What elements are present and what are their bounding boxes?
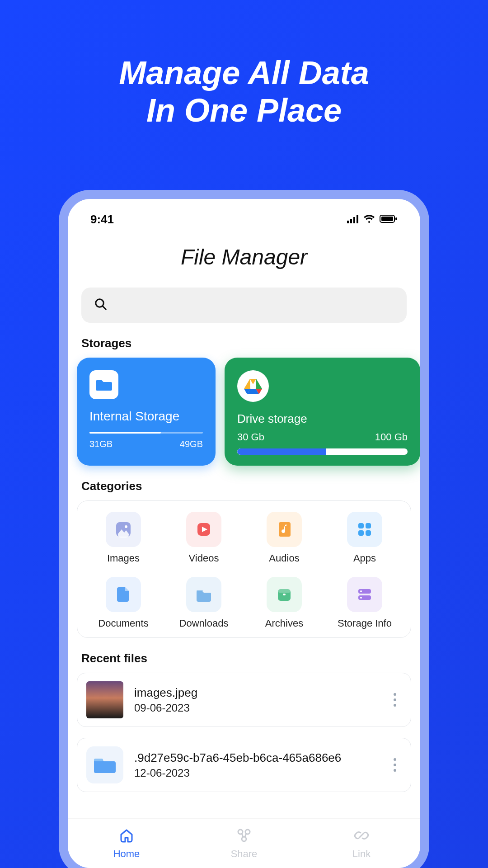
status-time: 9:41 <box>90 212 114 226</box>
storage-internal-used: 31GB <box>89 439 113 449</box>
recent-text: images.jpeg09-06-2023 <box>134 686 388 714</box>
category-downloads[interactable]: Downloads <box>166 577 242 629</box>
apps-icon <box>347 512 382 547</box>
category-label: Storage Info <box>327 618 403 629</box>
recent-item[interactable]: images.jpeg09-06-2023 <box>77 673 411 727</box>
storage-drive-used: 30 Gb <box>237 431 264 443</box>
category-label: Audios <box>246 552 322 564</box>
category-apps[interactable]: Apps <box>327 512 403 564</box>
status-bar: 9:41 <box>68 199 420 226</box>
category-images[interactable]: Images <box>85 512 161 564</box>
svg-rect-0 <box>347 221 349 223</box>
status-right <box>347 212 398 226</box>
svg-line-37 <box>245 833 246 837</box>
svg-rect-23 <box>366 530 371 536</box>
category-label: Videos <box>166 552 242 564</box>
storages-heading: Storages <box>81 336 407 350</box>
svg-rect-26 <box>278 589 291 593</box>
share-icon <box>236 827 252 846</box>
svg-rect-24 <box>197 590 203 592</box>
image-thumb <box>86 681 123 718</box>
svg-point-17 <box>125 525 127 528</box>
phone-frame: 9:41 File Manager Storages Internal Stor… <box>59 190 429 868</box>
link-icon <box>353 827 370 846</box>
svg-rect-22 <box>358 530 364 536</box>
documents-icon <box>106 577 141 612</box>
nav-share[interactable]: Share <box>185 819 303 868</box>
recent-name: .9d27e59c-b7a6-45eb-b6ca-465a686e6 <box>134 751 388 765</box>
categories-heading: Categories <box>81 479 407 493</box>
app-title: File Manager <box>68 245 420 269</box>
kebab-icon[interactable] <box>388 758 402 772</box>
hero-title: Manage All Data In One Place <box>0 54 488 129</box>
category-label: Downloads <box>166 618 242 629</box>
kebab-icon[interactable] <box>388 693 402 707</box>
audios-icon <box>267 512 302 547</box>
wifi-icon <box>363 212 375 226</box>
svg-rect-20 <box>358 523 364 528</box>
recent-date: 12-06-2023 <box>134 767 388 779</box>
category-audios[interactable]: Audios <box>246 512 322 564</box>
svg-marker-10 <box>250 379 256 384</box>
folder-icon <box>89 370 118 399</box>
category-label: Apps <box>327 552 403 564</box>
nav-label: Link <box>352 848 371 860</box>
archives-icon <box>267 577 302 612</box>
recent-item[interactable]: .9d27e59c-b7a6-45eb-b6ca-465a686e612-06-… <box>77 738 411 792</box>
images-icon <box>106 512 141 547</box>
hero-line-1: Manage All Data <box>0 54 488 92</box>
svg-rect-3 <box>357 215 358 223</box>
svg-rect-6 <box>395 217 397 220</box>
storage-icon <box>347 577 382 612</box>
category-archives[interactable]: Archives <box>246 577 322 629</box>
storage-internal-bar <box>89 432 203 434</box>
home-icon <box>118 827 135 846</box>
category-label: Images <box>85 552 161 564</box>
nav-label: Share <box>231 848 258 860</box>
nav-label: Home <box>113 848 140 860</box>
category-videos[interactable]: Videos <box>166 512 242 564</box>
svg-marker-11 <box>256 379 262 389</box>
svg-rect-21 <box>366 523 371 528</box>
category-label: Archives <box>246 618 322 629</box>
recent-date: 09-06-2023 <box>134 702 388 714</box>
storage-drive-bar <box>237 448 408 455</box>
svg-marker-12 <box>244 379 250 389</box>
storage-internal-name: Internal Storage <box>89 409 203 424</box>
svg-rect-1 <box>350 219 352 223</box>
svg-rect-2 <box>353 217 355 223</box>
svg-rect-27 <box>283 594 286 595</box>
category-label: Documents <box>85 618 161 629</box>
hero-line-2: In One Place <box>0 92 488 129</box>
bottom-nav: HomeShareLink <box>68 818 420 868</box>
recent-heading: Recent files <box>81 651 407 665</box>
storage-drive-name: Drive storage <box>237 412 408 426</box>
downloads-icon <box>186 577 221 612</box>
svg-rect-32 <box>94 759 103 761</box>
category-storage[interactable]: Storage Info <box>327 577 403 629</box>
search-icon <box>94 297 108 313</box>
svg-line-36 <box>242 833 243 837</box>
svg-point-31 <box>360 597 362 599</box>
svg-rect-5 <box>381 217 393 221</box>
signal-icon <box>347 212 359 226</box>
folder-thumb-icon <box>86 746 123 783</box>
svg-point-30 <box>360 590 362 592</box>
recent-name: images.jpeg <box>134 686 388 700</box>
search-input[interactable] <box>81 288 407 323</box>
storage-card-internal[interactable]: Internal Storage 31GB 49GB <box>77 358 216 466</box>
drive-icon <box>237 370 269 402</box>
category-documents[interactable]: Documents <box>85 577 161 629</box>
svg-point-35 <box>242 837 246 841</box>
storage-card-drive[interactable]: Drive storage 30 Gb 100 Gb <box>225 358 420 466</box>
storage-internal-total: 49GB <box>180 439 203 449</box>
categories-panel: ImagesVideosAudiosAppsDocumentsDownloads… <box>77 500 411 638</box>
storage-drive-total: 100 Gb <box>375 431 408 443</box>
nav-link[interactable]: Link <box>303 819 420 868</box>
nav-home[interactable]: Home <box>68 819 185 868</box>
svg-line-8 <box>103 306 106 309</box>
battery-icon <box>380 212 398 226</box>
recent-text: .9d27e59c-b7a6-45eb-b6ca-465a686e612-06-… <box>134 751 388 779</box>
videos-icon <box>186 512 221 547</box>
storage-row: Internal Storage 31GB 49GB Drive storage… <box>68 358 420 466</box>
